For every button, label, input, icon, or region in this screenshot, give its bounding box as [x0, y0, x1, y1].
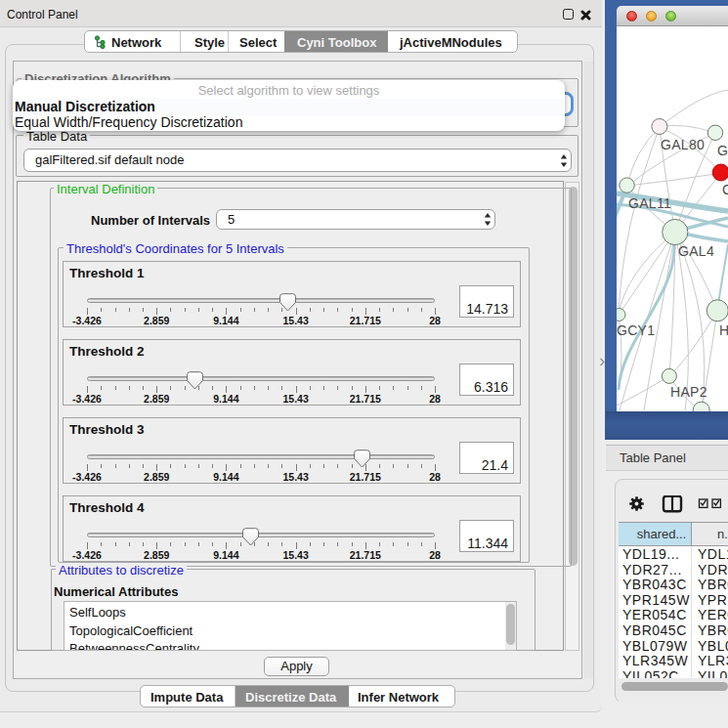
svg-text:GCY1: GCY1 — [617, 322, 655, 338]
svg-text:GAL4: GAL4 — [678, 243, 714, 259]
svg-text:GAL11: GAL11 — [628, 195, 671, 211]
svg-text:H: H — [719, 322, 728, 338]
svg-text:G: G — [717, 143, 728, 158]
svg-text:GAL80: GAL80 — [661, 137, 705, 152]
svg-text:C: C — [722, 182, 728, 197]
svg-text:HAP2: HAP2 — [670, 384, 707, 400]
